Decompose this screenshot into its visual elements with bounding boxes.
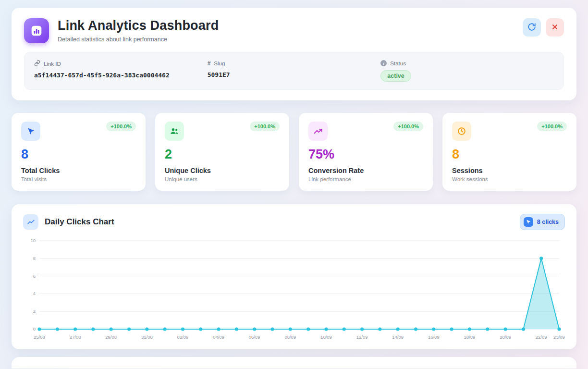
slug-item: # Slug 5091E7 bbox=[208, 60, 381, 82]
cursor-click-icon bbox=[524, 217, 533, 227]
stat-card-unique-clicks: +100.0% 2 Unique Clicks Unique users bbox=[155, 113, 289, 191]
trend-badge: +100.0% bbox=[250, 122, 280, 131]
cursor-click-icon bbox=[21, 122, 40, 141]
trend-badge: +100.0% bbox=[393, 122, 423, 131]
status-badge: active bbox=[380, 70, 411, 82]
status-label: Status bbox=[390, 61, 406, 66]
stat-label: Sessions bbox=[452, 167, 567, 174]
stat-sublabel: Link performance bbox=[308, 176, 423, 182]
clock-icon bbox=[452, 122, 471, 141]
svg-text:31/08: 31/08 bbox=[141, 334, 153, 340]
header-card: Link Analytics Dashboard Detailed statis… bbox=[12, 8, 576, 100]
svg-text:10: 10 bbox=[30, 238, 36, 243]
svg-text:8: 8 bbox=[33, 256, 36, 261]
users-icon bbox=[165, 122, 184, 141]
stat-sublabel: Total visits bbox=[21, 176, 136, 182]
svg-text:23/09: 23/09 bbox=[553, 334, 565, 340]
svg-text:2: 2 bbox=[33, 308, 36, 314]
stat-label: Unique Clicks bbox=[165, 167, 280, 174]
status-item: i Status active bbox=[380, 60, 554, 82]
stat-value: 75% bbox=[308, 147, 423, 162]
close-button[interactable] bbox=[546, 18, 564, 37]
link-id-value: a5f14437-657d-45f5-926a-383ca0004462 bbox=[34, 72, 208, 79]
daily-clicks-chart: 024681025/0827/0829/0831/0802/0904/0906/… bbox=[23, 236, 565, 343]
page-title: Link Analytics Dashboard bbox=[58, 18, 523, 33]
clicks-count-badge: 8 clicks bbox=[520, 214, 565, 230]
svg-text:06/09: 06/09 bbox=[249, 334, 260, 340]
analytics-app-icon bbox=[24, 18, 49, 43]
slug-label: Slug bbox=[214, 61, 225, 66]
svg-text:10/09: 10/09 bbox=[320, 334, 332, 340]
stat-label: Total Clicks bbox=[21, 167, 136, 174]
trending-up-icon bbox=[308, 122, 328, 141]
svg-text:0: 0 bbox=[33, 326, 36, 332]
link-icon bbox=[34, 60, 40, 67]
trend-badge: +100.0% bbox=[537, 122, 567, 131]
link-id-item: Link ID a5f14437-657d-45f5-926a-383ca000… bbox=[34, 60, 208, 82]
stat-value: 8 bbox=[21, 147, 136, 162]
stat-label: Conversion Rate bbox=[308, 167, 423, 174]
hash-icon: # bbox=[208, 60, 211, 67]
svg-text:04/09: 04/09 bbox=[213, 334, 224, 340]
svg-text:16/09: 16/09 bbox=[428, 334, 440, 340]
svg-text:4: 4 bbox=[33, 291, 36, 296]
chart-title: Daily Clicks Chart bbox=[45, 217, 520, 227]
stat-card-sessions: +100.0% 8 Sessions Work sessions bbox=[442, 113, 576, 191]
stats-row: +100.0% 8 Total Clicks Total visits +100… bbox=[12, 113, 576, 191]
trend-badge: +100.0% bbox=[106, 122, 136, 131]
stat-card-total-clicks: +100.0% 8 Total Clicks Total visits bbox=[12, 113, 146, 191]
close-icon bbox=[551, 23, 559, 32]
svg-text:18/09: 18/09 bbox=[464, 334, 476, 340]
bar-chart-icon bbox=[30, 25, 43, 37]
link-info-panel: Link ID a5f14437-657d-45f5-926a-383ca000… bbox=[24, 52, 564, 90]
stat-value: 2 bbox=[165, 147, 280, 162]
svg-text:6: 6 bbox=[33, 273, 36, 279]
svg-text:14/09: 14/09 bbox=[392, 334, 404, 340]
stat-card-conversion-rate: +100.0% 75% Conversion Rate Link perform… bbox=[299, 113, 433, 191]
clicks-count-label: 8 clicks bbox=[537, 219, 559, 225]
refresh-icon bbox=[527, 23, 536, 33]
page-subtitle: Detailed statistics about link performan… bbox=[58, 36, 523, 43]
stat-value: 8 bbox=[452, 147, 567, 162]
svg-text:12/09: 12/09 bbox=[356, 334, 368, 340]
stat-sublabel: Work sessions bbox=[452, 176, 567, 182]
svg-text:27/08: 27/08 bbox=[70, 334, 81, 340]
svg-text:29/08: 29/08 bbox=[105, 334, 117, 340]
daily-clicks-card: Daily Clicks Chart 8 clicks 024681025/08… bbox=[12, 204, 576, 349]
line-chart-icon bbox=[23, 214, 38, 230]
link-id-label: Link ID bbox=[44, 61, 61, 67]
refresh-button[interactable] bbox=[523, 18, 541, 37]
svg-text:08/09: 08/09 bbox=[284, 334, 296, 340]
svg-text:25/08: 25/08 bbox=[34, 334, 45, 340]
svg-text:20/09: 20/09 bbox=[500, 334, 511, 340]
svg-text:02/09: 02/09 bbox=[177, 334, 189, 340]
stat-sublabel: Unique users bbox=[165, 176, 280, 182]
svg-text:22/09: 22/09 bbox=[536, 334, 547, 340]
info-icon: i bbox=[380, 60, 387, 66]
slug-value: 5091E7 bbox=[208, 71, 381, 78]
next-card-peek bbox=[12, 357, 576, 369]
dashboard-page: Link Analytics Dashboard Detailed statis… bbox=[0, 0, 588, 369]
